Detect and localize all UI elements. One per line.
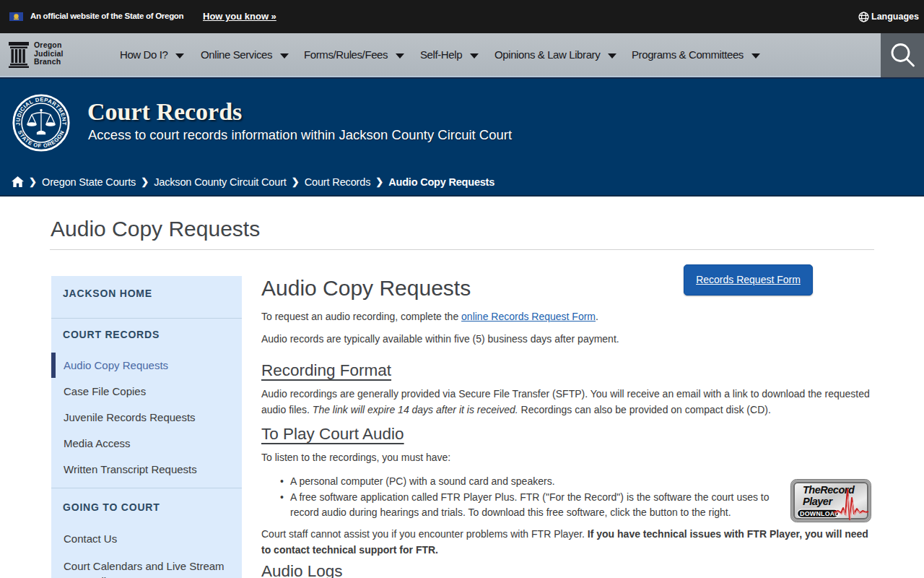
svg-text:Player: Player	[803, 496, 833, 507]
svg-text:DOWNLOAD: DOWNLOAD	[800, 510, 840, 517]
